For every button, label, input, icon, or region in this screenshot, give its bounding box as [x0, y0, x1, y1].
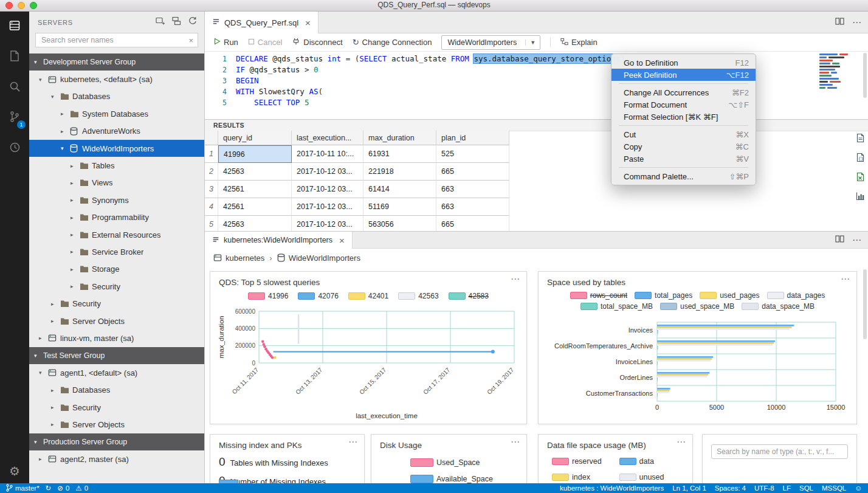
dashboard-tab[interactable]: kubernetes:WideWorldImporters × — [205, 232, 353, 249]
minimap[interactable] — [819, 53, 859, 100]
activity-search-button[interactable] — [0, 72, 29, 103]
collapsed-arrow-icon[interactable]: ▸ — [51, 318, 60, 324]
table-cell[interactable]: 41996 — [218, 145, 292, 163]
minimize-window-button[interactable] — [18, 2, 25, 9]
tree-item-folder[interactable]: ▸Databases — [29, 381, 204, 398]
expanded-arrow-icon[interactable]: ▾ — [61, 145, 70, 151]
legend-item[interactable]: index — [552, 473, 619, 481]
code-line[interactable]: 3BEGIN — [205, 75, 868, 86]
legend-item[interactable]: 41996 — [248, 292, 288, 300]
explain-button[interactable]: Explain — [560, 38, 598, 47]
warnings-status[interactable]: ⚠0 — [75, 484, 88, 492]
legend-item[interactable]: total_pages — [635, 291, 692, 300]
tree-item-server[interactable]: ▸agent2, master (sa) — [29, 450, 204, 467]
collapsed-arrow-icon[interactable]: ▸ — [71, 266, 80, 272]
widget-menu-icon[interactable]: ⋯ — [841, 274, 850, 284]
column-header[interactable]: max_duration — [363, 131, 436, 145]
expanded-arrow-icon[interactable]: ▾ — [39, 370, 48, 376]
widget-menu-icon[interactable]: ⋯ — [348, 436, 358, 447]
save-csv-icon[interactable] — [856, 133, 865, 145]
tree-item-folder[interactable]: ▸Security — [29, 399, 204, 416]
tree-item-database[interactable]: ▾WideWorldImporters — [29, 140, 204, 157]
collapsed-arrow-icon[interactable]: ▸ — [71, 163, 80, 169]
table-cell[interactable]: 665 — [436, 216, 509, 231]
maximize-window-button[interactable] — [30, 2, 37, 9]
clear-search-icon[interactable]: × — [186, 36, 193, 45]
object-search-input[interactable] — [711, 444, 848, 459]
expanded-arrow-icon[interactable]: ▾ — [39, 77, 48, 83]
code-line[interactable]: 1DECLARE @qds_status int = (SELECT actua… — [205, 53, 868, 64]
table-cell[interactable]: 665 — [436, 163, 509, 181]
new-server-group-icon[interactable] — [172, 16, 181, 28]
panel-more-actions-icon[interactable]: ⋯ — [852, 235, 862, 246]
close-window-button[interactable] — [5, 2, 13, 9]
activity-history-button[interactable] — [0, 133, 29, 164]
table-cell[interactable]: 2017-10-12 03... — [292, 163, 363, 181]
table-row[interactable]: 5425632017-10-12 03...563056665 — [205, 216, 850, 231]
tree-item-folder[interactable]: ▾Databases — [29, 88, 204, 105]
menu-item[interactable]: Paste⌘V — [611, 153, 756, 165]
collapsed-arrow-icon[interactable]: ▸ — [71, 283, 80, 289]
legend-item[interactable]: used_pages — [700, 291, 759, 300]
disconnect-button[interactable]: Disconnect — [292, 38, 342, 47]
legend-item[interactable]: reserved — [552, 457, 619, 466]
menu-item[interactable]: Format Selection [⌘K ⌘F] — [611, 111, 756, 123]
legend-item[interactable]: rows_count — [570, 291, 627, 300]
tree-item-folder[interactable]: ▸Service Broker — [29, 243, 204, 260]
tree-item-folder[interactable]: ▸External Resources — [29, 226, 204, 243]
table-cell[interactable]: 525 — [436, 145, 509, 163]
expanded-arrow-icon[interactable]: ▾ — [34, 439, 43, 445]
activity-connections-button[interactable] — [0, 12, 29, 42]
tree-item-folder[interactable]: ▸System Databases — [29, 105, 204, 122]
legend-item[interactable]: data_space_MB — [742, 302, 815, 311]
split-editor-icon[interactable] — [835, 17, 844, 28]
activity-tasks-button[interactable] — [0, 42, 29, 72]
column-header[interactable]: last_execution... — [292, 131, 363, 145]
table-cell[interactable]: 2017-10-12 03... — [292, 216, 363, 231]
menu-item[interactable]: Go to DefinitionF12 — [611, 57, 756, 69]
panel-scrollbar[interactable] — [863, 269, 867, 339]
table-cell[interactable]: 221918 — [363, 163, 436, 181]
more-actions-icon[interactable]: ⋯ — [852, 17, 862, 28]
git-branch-status[interactable]: master* — [6, 484, 40, 493]
legend-item[interactable]: Available_Space — [410, 475, 526, 483]
feedback-smiley-icon[interactable]: ☺ — [855, 484, 862, 492]
column-header[interactable]: plan_id — [436, 131, 509, 145]
widget-menu-icon[interactable]: ⋯ — [511, 436, 520, 447]
table-cell[interactable]: 51169 — [363, 198, 436, 216]
collapsed-arrow-icon[interactable]: ▸ — [71, 180, 80, 186]
tree-item-folder[interactable]: ▸Security — [29, 278, 204, 295]
table-cell[interactable]: 42561 — [218, 198, 292, 216]
table-cell[interactable]: 2017-10-12 03... — [292, 198, 363, 216]
tree-item-folder[interactable]: ▸Synonyms — [29, 191, 204, 209]
tree-item-server[interactable]: ▸linux-vm, master (sa) — [29, 329, 204, 346]
collapsed-arrow-icon[interactable]: ▸ — [71, 215, 80, 221]
collapsed-arrow-icon[interactable]: ▸ — [51, 421, 60, 427]
new-connection-icon[interactable] — [156, 16, 165, 28]
breadcrumb-database[interactable]: WideWorldImporters — [277, 253, 360, 263]
server-group-header[interactable]: ▾Test Server Group — [29, 347, 204, 364]
change-connection-button[interactable]: ↻ Change Connection — [353, 38, 432, 47]
tree-item-server[interactable]: ▾agent1, <default> (sa) — [29, 364, 204, 381]
status-item[interactable]: Spaces: 4 — [715, 484, 746, 492]
close-panel-tab-icon[interactable]: × — [339, 235, 345, 246]
menu-item[interactable]: Cut⌘X — [611, 128, 756, 140]
legend-item[interactable]: 42076 — [298, 292, 338, 300]
collapsed-arrow-icon[interactable]: ▸ — [39, 335, 48, 341]
code-editor[interactable]: 1DECLARE @qds_status int = (SELECT actua… — [205, 52, 868, 119]
collapsed-arrow-icon[interactable]: ▸ — [39, 456, 48, 462]
collapsed-arrow-icon[interactable]: ▸ — [51, 404, 60, 410]
collapsed-arrow-icon[interactable]: ▸ — [61, 111, 70, 117]
tree-item-folder[interactable]: ▸Server Objects — [29, 416, 204, 433]
legend-item[interactable]: unused — [619, 473, 687, 481]
table-cell[interactable]: 42561 — [218, 181, 292, 198]
server-search-input[interactable] — [40, 35, 186, 45]
widget-menu-icon[interactable]: ⋯ — [677, 436, 686, 447]
status-item[interactable]: MSSQL — [822, 484, 846, 492]
code-line[interactable]: 5 SELECT TOP 5 — [205, 97, 868, 108]
collapsed-arrow-icon[interactable]: ▸ — [71, 249, 80, 255]
tree-item-folder[interactable]: ▸Storage — [29, 261, 204, 278]
database-dropdown[interactable]: WideWorldImporters ▼ — [441, 35, 540, 50]
table-cell[interactable]: 2017-10-11 10:... — [292, 145, 363, 163]
status-item[interactable]: LF — [783, 484, 791, 492]
